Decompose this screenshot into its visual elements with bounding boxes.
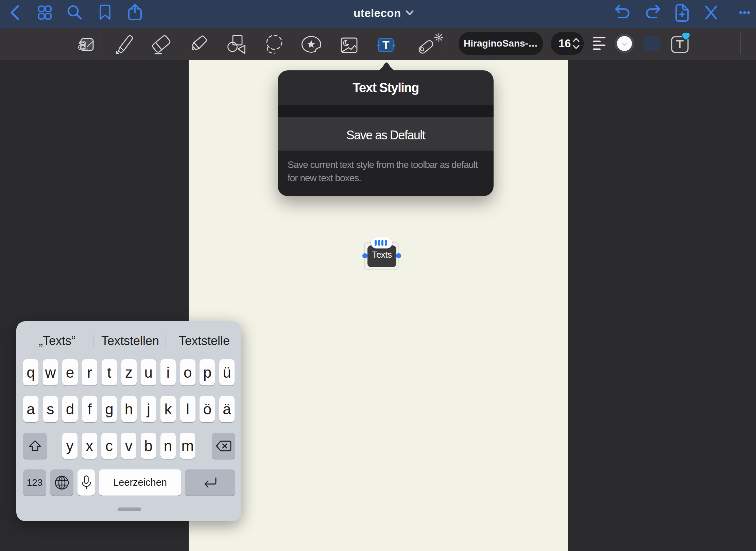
svg-text:a: a bbox=[78, 35, 87, 53]
